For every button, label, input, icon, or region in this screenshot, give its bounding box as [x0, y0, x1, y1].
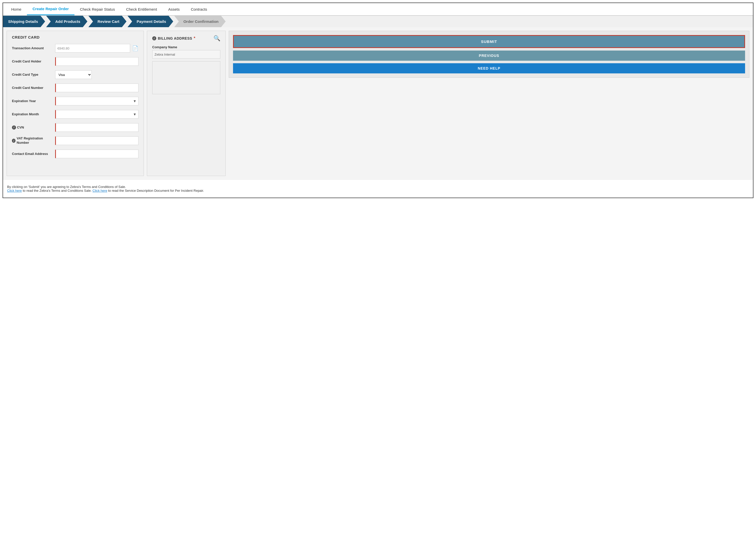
- cvn-input[interactable]: [55, 123, 139, 132]
- required-star: *: [194, 36, 195, 41]
- action-buttons-box: SUBMIT PREVIOUS NEED HELP: [229, 31, 749, 78]
- nav-create-repair-order[interactable]: Create Repair Order: [27, 3, 74, 15]
- expiration-month-select[interactable]: 01020304 05060708 09101112: [55, 110, 139, 119]
- credit-card-holder-label: Credit Card Holder: [12, 59, 53, 64]
- credit-card-number-label: Credit Card Number: [12, 86, 53, 90]
- billing-info-icon[interactable]: i: [152, 36, 156, 41]
- nav-assets[interactable]: Assets: [163, 4, 185, 15]
- expiration-year-row: Expiration Year 2024 2025 2026 2027 2028…: [12, 97, 139, 105]
- expiration-month-label: Expiration Month: [12, 112, 53, 117]
- nav-contracts[interactable]: Contracts: [185, 4, 213, 15]
- nav-check-repair-status[interactable]: Check Repair Status: [74, 4, 121, 15]
- nav-check-entitlement[interactable]: Check Entitlement: [120, 4, 163, 15]
- footer-link-2[interactable]: Click here: [93, 189, 107, 193]
- cvn-info-icon[interactable]: i: [12, 125, 16, 129]
- credit-card-number-input[interactable]: [55, 83, 139, 92]
- credit-card-type-label: Credit Card Type: [12, 73, 53, 77]
- top-nav: Home Create Repair Order Check Repair St…: [3, 3, 753, 16]
- step-order-confirmation[interactable]: Order Confirmation: [174, 16, 226, 27]
- previous-button[interactable]: PREVIOUS: [233, 51, 745, 61]
- need-help-button[interactable]: NEED HELP: [233, 63, 745, 73]
- credit-card-type-row: Credit Card Type Visa MasterCard America…: [12, 70, 139, 79]
- expiration-year-select[interactable]: 2024 2025 2026 2027 2028: [55, 97, 139, 105]
- credit-card-panel: CREDIT CARD Transaction Amount 📄 Credit …: [7, 31, 144, 176]
- company-name-input[interactable]: [152, 50, 220, 59]
- billing-title-text: BILLING ADDRESS: [158, 36, 192, 41]
- cvn-label-container: i CVN: [12, 125, 53, 130]
- vat-label: VAT Registration Number: [17, 136, 53, 145]
- footer-text-3: to read the Service Description Document…: [108, 189, 204, 193]
- company-name-label: Company Name: [152, 45, 220, 49]
- credit-card-title: CREDIT CARD: [12, 35, 139, 40]
- contact-email-input[interactable]: [55, 150, 139, 158]
- steps-bar: Shipping Details Add Products Review Car…: [3, 16, 753, 27]
- footer-text-2: to read the Zebra's Terms and Conditions…: [23, 189, 93, 193]
- step-payment-details[interactable]: Payment Details: [127, 16, 173, 27]
- transaction-amount-input[interactable]: [55, 44, 130, 53]
- footer-link-1[interactable]: Click here: [7, 189, 22, 193]
- credit-card-holder-row: Credit Card Holder: [12, 57, 139, 66]
- vat-row: i VAT Registration Number: [12, 136, 139, 145]
- contact-email-row: Contact Email Address: [12, 150, 139, 158]
- credit-card-number-row: Credit Card Number: [12, 83, 139, 92]
- submit-button[interactable]: SUBMIT: [233, 35, 745, 48]
- transaction-amount-row: Transaction Amount 📄: [12, 44, 139, 53]
- step-review-cart[interactable]: Review Cart: [89, 16, 126, 27]
- step-shipping-details[interactable]: Shipping Details: [3, 16, 45, 27]
- cvn-label: CVN: [17, 125, 24, 130]
- footer-text-line1: By clicking on 'Submit' you are agreeing…: [7, 185, 749, 189]
- doc-icon[interactable]: 📄: [132, 45, 139, 51]
- vat-input[interactable]: [55, 136, 139, 145]
- billing-address-panel: i BILLING ADDRESS * 🔍 Company Name: [147, 31, 226, 176]
- transaction-amount-label: Transaction Amount: [12, 46, 53, 51]
- contact-email-label: Contact Email Address: [12, 152, 53, 156]
- billing-title: i BILLING ADDRESS *: [152, 36, 195, 41]
- footer-text-line2: Click here to read the Zebra's Terms and…: [7, 189, 749, 193]
- main-content: CREDIT CARD Transaction Amount 📄 Credit …: [3, 27, 753, 180]
- billing-address-textarea[interactable]: [152, 61, 220, 94]
- cvn-row: i CVN: [12, 123, 139, 132]
- expiration-year-label: Expiration Year: [12, 99, 53, 103]
- credit-card-type-select[interactable]: Visa MasterCard American Express Discove…: [55, 70, 92, 79]
- footer: By clicking on 'Submit' you are agreeing…: [3, 180, 753, 198]
- vat-info-icon[interactable]: i: [12, 139, 16, 143]
- credit-card-holder-input[interactable]: [55, 57, 139, 66]
- billing-title-row: i BILLING ADDRESS * 🔍: [152, 35, 220, 42]
- vat-label-container: i VAT Registration Number: [12, 136, 53, 145]
- expiration-month-row: Expiration Month 01020304 05060708 09101…: [12, 110, 139, 119]
- billing-search-icon[interactable]: 🔍: [214, 35, 220, 42]
- step-add-products[interactable]: Add Products: [46, 16, 88, 27]
- nav-home[interactable]: Home: [6, 4, 27, 15]
- action-panel: SUBMIT PREVIOUS NEED HELP: [229, 31, 749, 176]
